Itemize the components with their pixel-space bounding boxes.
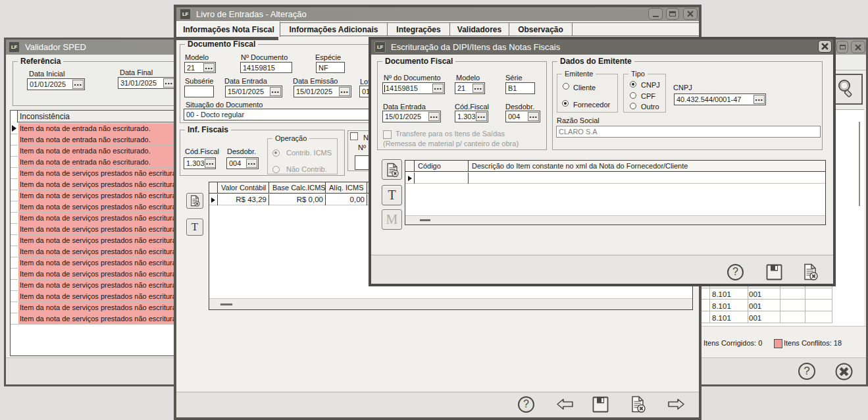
tab-integracoes[interactable]: Integrações: [388, 22, 450, 36]
livro-help-button[interactable]: ?: [518, 396, 534, 413]
radio-cliente[interactable]: [563, 83, 569, 90]
row-indicator-cell: [11, 280, 18, 291]
cnpj-field[interactable]: 40.432.544/0001-47 ...: [674, 93, 766, 105]
livro-maximize-button[interactable]: [666, 8, 679, 20]
dipi-cod-fiscal-picker-button[interactable]: ...: [476, 112, 487, 121]
row-indicator-cell: [11, 213, 18, 224]
field-value: 40.432.544/0001-47: [675, 95, 753, 103]
validador-maximize-button[interactable]: [836, 41, 848, 53]
dipi-titlebar[interactable]: LF Escrituração da DIPI/Itens das Notas …: [371, 39, 833, 55]
hscroll-thumb[interactable]: [420, 219, 430, 221]
cod-fiscal-field[interactable]: 1.303 ...: [184, 157, 216, 169]
dipi-help-button[interactable]: ?: [727, 264, 744, 280]
livro-delete-item-button[interactable]: [186, 193, 203, 209]
dipi-num-doc-field[interactable]: 14159815 ...: [382, 82, 445, 94]
radio-cpf-label: CPF: [641, 92, 655, 100]
especie-label: Espécie: [315, 53, 341, 61]
col-aliq-icms[interactable]: Alíq. ICMS: [329, 184, 364, 192]
tab-informacoes-nota-fiscal[interactable]: Informações Nota Fiscal: [176, 21, 280, 37]
col-base-calc-icms[interactable]: Base Calc.ICMS: [272, 184, 326, 192]
dipi-data-entrada-field[interactable]: 15/01/2025 ...: [382, 111, 441, 122]
cnpj-picker-button[interactable]: ...: [753, 95, 765, 104]
close-icon: [855, 44, 861, 51]
validador-close-button[interactable]: [851, 41, 865, 53]
row-indicator-cell: [11, 235, 18, 246]
livro-minimize-button[interactable]: [648, 8, 663, 20]
row-indicator-cell: [11, 224, 18, 235]
row-indicator-cell: [11, 123, 18, 134]
dipi-serie-field[interactable]: B1: [505, 82, 535, 94]
col-valor-contabil[interactable]: Valor Contábil: [221, 184, 266, 192]
data-entrada-field[interactable]: 15/01/2025 ...: [225, 86, 282, 97]
tab-informacoes-adicionais[interactable]: Informações Adicionais: [280, 22, 388, 36]
desdobr-field[interactable]: 004 ...: [226, 157, 259, 169]
data-entrada-picker-button[interactable]: ...: [270, 87, 281, 96]
dipi-close-button[interactable]: [818, 40, 832, 53]
modelo-field[interactable]: 21 ...: [184, 62, 216, 73]
especie-field[interactable]: NF: [316, 62, 345, 73]
dipi-grid-hscroll[interactable]: [405, 215, 825, 224]
data-final-field[interactable]: 31/01/2025 ...: [118, 77, 176, 89]
tab-observacao[interactable]: Observação: [509, 22, 573, 36]
data-emissao-picker-button[interactable]: ...: [339, 87, 350, 96]
hscroll-thumb[interactable]: [220, 303, 232, 305]
radio-cnpj[interactable]: [630, 81, 636, 88]
data-emissao-field[interactable]: 15/01/2025 ...: [294, 86, 351, 97]
dipi-num-doc-picker-button[interactable]: ...: [432, 84, 444, 93]
data-inicial-field[interactable]: 01/01/2025 ...: [27, 78, 85, 90]
radio-cpf[interactable]: [630, 92, 636, 99]
field-value: NF: [317, 64, 344, 72]
dipi-items-grid[interactable]: Código Descrição do Item constante no xm…: [405, 160, 826, 225]
dipi-grid-row[interactable]: [405, 172, 825, 184]
livro-next-button[interactable]: [667, 398, 685, 411]
dipi-memo-button[interactable]: M: [382, 209, 402, 230]
col-descricao[interactable]: Descrição do Item constante no xml da No…: [472, 162, 688, 170]
radio-contrib-icms[interactable]: [272, 149, 280, 157]
livro-text-button[interactable]: T: [186, 219, 203, 236]
dipi-save-button[interactable]: [766, 264, 782, 280]
detail-desdobr-cell: 001: [749, 314, 761, 322]
tab-validadores[interactable]: Validadores: [450, 22, 509, 36]
row-indicator-cell: [11, 145, 18, 157]
n-checkbox[interactable]: [350, 132, 358, 140]
group-tipo-label: Tipo: [628, 70, 648, 78]
data-inicial-picker-button[interactable]: ...: [72, 80, 84, 89]
livro-grid-hscroll[interactable]: [209, 298, 692, 309]
modelo-picker-button[interactable]: ...: [203, 63, 215, 72]
validador-help-button[interactable]: ?: [798, 363, 815, 380]
cod-fiscal-picker-button[interactable]: ...: [205, 159, 216, 168]
livro-close-button[interactable]: [683, 8, 698, 20]
data-final-picker-button[interactable]: ...: [163, 78, 174, 88]
radio-fornecedor-label: Fornecedor: [573, 101, 610, 109]
validador-cancel-button[interactable]: [835, 363, 853, 381]
dipi-desdobr-field[interactable]: 004 ...: [505, 111, 540, 122]
row-indicator-cell: [11, 302, 18, 313]
livro-prev-button[interactable]: [556, 398, 574, 411]
radio-outro[interactable]: [630, 103, 636, 109]
dipi-cod-fiscal-field[interactable]: 1.303 ...: [455, 111, 488, 122]
save-icon: [766, 264, 782, 280]
radio-nao-contrib[interactable]: [272, 166, 280, 173]
num-documento-field[interactable]: 14159815: [240, 62, 292, 73]
radio-fornecedor[interactable]: [562, 100, 569, 107]
dipi-delete-item-button[interactable]: [382, 159, 402, 180]
dipi-text-button[interactable]: T: [382, 185, 402, 205]
subserie-field[interactable]: [184, 86, 214, 97]
dipi-delete-button[interactable]: [802, 263, 819, 280]
transfere-checkbox[interactable]: [383, 130, 392, 139]
field-value: 1.303: [455, 113, 476, 120]
razao-social-field[interactable]: CLARO S.A: [556, 126, 821, 138]
livro-titlebar[interactable]: LF Livro de Entradas - Alteração: [176, 7, 699, 21]
livro-delete-button[interactable]: [629, 396, 646, 413]
dipi-data-entrada-picker-button[interactable]: ...: [428, 112, 440, 121]
livro-save-button[interactable]: [592, 396, 609, 413]
dipi-modelo-picker-button[interactable]: ...: [472, 84, 484, 93]
row-marker-icon: [408, 176, 412, 181]
desdobr-picker-button[interactable]: ...: [246, 159, 257, 168]
dipi-modelo-field[interactable]: 21 ...: [455, 82, 485, 94]
dipi-desdobr-picker-button[interactable]: ...: [528, 112, 539, 121]
col-codigo[interactable]: Código: [418, 162, 441, 170]
inconsistencia-header-label: Inconsistência: [20, 112, 70, 121]
right-scrollbar-thumb[interactable]: [859, 122, 860, 206]
row-indicator-cell: [11, 269, 18, 280]
